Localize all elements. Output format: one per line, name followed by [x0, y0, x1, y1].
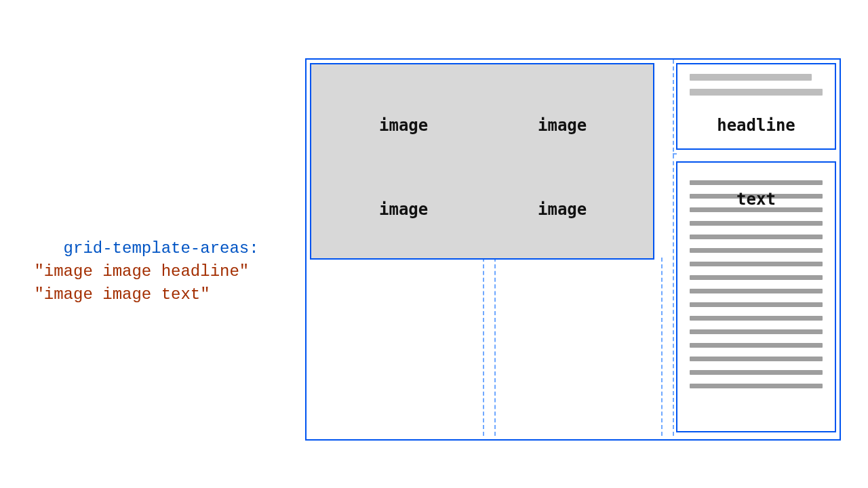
- image-cell-label-r2c1: image: [379, 200, 428, 219]
- headline-placeholder-bar: [690, 89, 823, 96]
- css-code-block: grid-template-areas: "image image headli…: [24, 214, 259, 329]
- col-guide-1b: [494, 258, 496, 436]
- text-placeholder-bar: [690, 343, 823, 348]
- text-cell-label: text: [677, 190, 835, 209]
- headline-placeholder-bar: [690, 74, 812, 81]
- text-placeholder-bar: [690, 316, 823, 321]
- text-placeholder-bar: [690, 357, 823, 361]
- text-placeholder-bar: [690, 289, 823, 293]
- text-placeholder-bar: [690, 180, 823, 185]
- text-placeholder-bar: [690, 370, 823, 375]
- image-cell-label-r1c1: image: [379, 116, 428, 135]
- text-placeholder-bar: [690, 329, 823, 334]
- css-value-line-2: "image image text": [34, 285, 210, 304]
- headline-area: headline: [676, 63, 836, 150]
- css-value-line-1: "image image headline": [34, 262, 249, 281]
- row-guide-1a: [673, 153, 677, 155]
- text-placeholder-bar: [690, 248, 823, 253]
- text-placeholder-bar: [690, 221, 823, 226]
- image-cell-label-r1c2: image: [538, 116, 587, 135]
- text-placeholder-bar: [690, 384, 823, 388]
- image-area: image image image image: [310, 63, 654, 260]
- text-placeholder-bar: [690, 235, 823, 239]
- css-property: grid-template-areas:: [64, 239, 259, 258]
- col-guide-1a: [483, 258, 484, 436]
- text-placeholder-bar: [690, 275, 823, 280]
- text-placeholder-bar: [690, 302, 823, 307]
- text-area: text: [676, 161, 836, 432]
- headline-cell-label: headline: [677, 116, 835, 135]
- text-placeholder-bar: [690, 262, 823, 266]
- grid-diagram: image image image image headline: [305, 58, 841, 441]
- col-guide-2a: [661, 258, 663, 436]
- image-cell-label-r2c2: image: [538, 200, 587, 219]
- col-guide-2b: [673, 60, 674, 436]
